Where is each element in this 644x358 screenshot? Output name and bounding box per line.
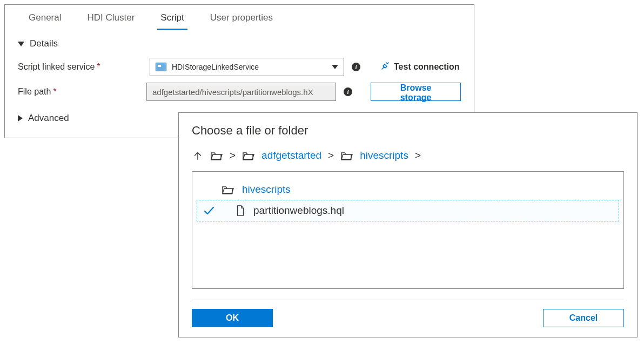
breadcrumb: > adfgetstarted > hivescripts > — [192, 150, 624, 161]
list-item-label: hivescripts — [242, 184, 291, 195]
folder-open-icon — [222, 184, 234, 195]
check-icon — [203, 205, 216, 216]
breadcrumb-seg-hivescripts[interactable]: hivescripts — [360, 150, 408, 161]
file-icon — [235, 205, 246, 217]
storage-icon — [156, 63, 166, 71]
section-advanced-label: Advanced — [28, 113, 69, 124]
list-item-label: partitionweblogs.hql — [253, 205, 344, 217]
up-arrow-icon[interactable] — [192, 150, 204, 161]
list-item[interactable]: hivescripts — [197, 179, 619, 200]
breadcrumb-separator: > — [230, 150, 236, 161]
test-connection-label: Test connection — [394, 62, 460, 72]
info-icon[interactable]: i — [352, 63, 360, 71]
breadcrumb-separator: > — [328, 150, 334, 161]
required-marker: * — [97, 62, 100, 72]
linked-service-value: HDIStorageLinkedService — [172, 63, 259, 71]
folder-open-icon — [242, 150, 255, 161]
list-item[interactable]: partitionweblogs.hql — [197, 200, 619, 221]
file-path-label: File path * — [18, 87, 139, 97]
browse-storage-button[interactable]: Browse storage — [371, 83, 461, 101]
section-details-label: Details — [30, 38, 58, 49]
caret-right-icon — [18, 115, 23, 121]
row-file-path: File path * i Browse storage — [5, 79, 474, 104]
chevron-down-icon — [332, 65, 338, 69]
tab-user-properties[interactable]: User properties — [197, 5, 286, 30]
tab-script[interactable]: Script — [147, 5, 197, 30]
linked-service-label: Script linked service * — [18, 62, 142, 72]
section-details[interactable]: Details — [5, 30, 474, 55]
file-chooser-dialog: Choose a file or folder > adfgetstarted … — [178, 112, 638, 337]
linked-service-select[interactable]: HDIStorageLinkedService — [150, 58, 344, 76]
caret-down-icon — [18, 42, 24, 46]
breadcrumb-separator: > — [415, 150, 421, 161]
dialog-footer: OK Cancel — [192, 300, 624, 327]
file-path-input[interactable] — [146, 83, 336, 101]
info-icon[interactable]: i — [344, 87, 352, 96]
plug-icon — [379, 62, 390, 72]
dialog-title: Choose a file or folder — [192, 124, 624, 138]
required-marker: * — [53, 87, 56, 97]
cancel-button[interactable]: Cancel — [543, 309, 624, 327]
folder-open-icon — [340, 150, 353, 161]
file-list: hivescripts partitionweblogs.hql — [192, 171, 624, 289]
ok-button[interactable]: OK — [192, 309, 273, 327]
row-linked-service: Script linked service * HDIStorageLinked… — [5, 55, 474, 79]
breadcrumb-seg-adfgetstarted[interactable]: adfgetstarted — [261, 150, 321, 161]
tab-hdi-cluster[interactable]: HDI Cluster — [74, 5, 147, 30]
tab-general[interactable]: General — [16, 5, 74, 30]
tab-bar: General HDI Cluster Script User properti… — [5, 5, 474, 30]
test-connection-button[interactable]: Test connection — [379, 62, 460, 72]
folder-open-icon[interactable] — [210, 150, 223, 161]
